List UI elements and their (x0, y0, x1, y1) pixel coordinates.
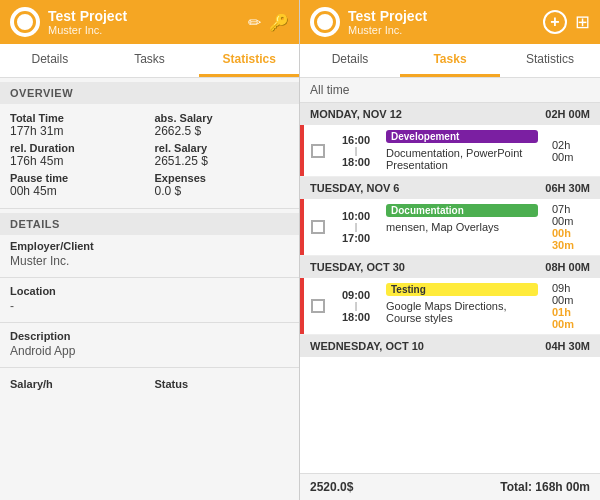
task-row-2[interactable]: 10:00 | 17:00 Documentation mensen, Map … (300, 199, 600, 256)
left-panel: Test Project Muster Inc. ✏ 🔑 Details Tas… (0, 0, 300, 500)
stat-rel-duration-label: rel. Duration 176h 45m (10, 142, 145, 168)
task-pause-val-3: 01h 00m (552, 306, 592, 330)
calendar-grid-icon[interactable]: ⊞ (575, 11, 590, 33)
task-dur-val-2: 07h 00m (552, 203, 592, 227)
checkbox-2[interactable] (304, 199, 332, 255)
details-header: DETAILS (0, 213, 299, 235)
bottom-total-amount: 2520.0$ (310, 480, 353, 494)
detail-employer: Employer/Client Muster Inc. (0, 235, 299, 275)
detail-description: Description Android App (0, 325, 299, 365)
left-content: OVERVIEW Total Time 177h 31m abs. Salary… (0, 78, 299, 500)
right-panel: Test Project Muster Inc. + ⊞ Details Tas… (300, 0, 600, 500)
right-tab-tasks[interactable]: Tasks (400, 44, 500, 77)
task-details-3: Testing Google Maps Directions, Course s… (380, 278, 544, 334)
checkbox-3[interactable] (304, 278, 332, 334)
day-label-3: TUESDAY, OCT 30 (310, 261, 405, 273)
day-total-2: 06H 30M (545, 182, 590, 194)
task-start-1: 16:00 (342, 134, 370, 146)
task-pause-val-2: 00h 30m (552, 227, 592, 251)
day-total-4: 04H 30M (545, 340, 590, 352)
right-logo-inner (314, 11, 336, 33)
day-header-4: WEDNESDAY, OCT 10 04H 30M (300, 335, 600, 357)
task-start-2: 10:00 (342, 210, 370, 222)
task-duration-1: 02h 00m (544, 125, 600, 176)
task-row-3[interactable]: 09:00 | 18:00 Testing Google Maps Direct… (300, 278, 600, 335)
right-header: Test Project Muster Inc. + ⊞ (300, 0, 600, 44)
task-time-1: 16:00 | 18:00 (332, 125, 380, 176)
day-header-3: TUESDAY, OCT 30 08H 00M (300, 256, 600, 278)
task-dur-val-3: 09h 00m (552, 282, 592, 306)
right-header-text: Test Project Muster Inc. (348, 8, 535, 37)
right-content: MONDAY, NOV 12 02H 00M 16:00 | 18:00 Dev… (300, 103, 600, 473)
task-details-1: Developement Documentation, PowerPoint P… (380, 125, 544, 176)
stat-total-time-label: Total Time 177h 31m (10, 112, 145, 138)
task-tag-2: Documentation (386, 204, 538, 217)
day-header-1: MONDAY, NOV 12 02H 00M (300, 103, 600, 125)
divider-4 (0, 367, 299, 368)
divider-2 (0, 277, 299, 278)
right-tab-details[interactable]: Details (300, 44, 400, 77)
day-label-4: WEDNESDAY, OCT 10 (310, 340, 424, 352)
task-duration-3: 09h 00m 01h 00m (544, 278, 600, 334)
right-tabs: Details Tasks Statistics (300, 44, 600, 78)
task-time-sep-2: | (355, 222, 358, 232)
day-label-2: TUESDAY, NOV 6 (310, 182, 399, 194)
all-time-bar: All time (300, 78, 600, 103)
task-time-3: 09:00 | 18:00 (332, 278, 380, 334)
task-time-sep-1: | (355, 146, 358, 156)
task-dur-val-1: 02h 00m (552, 139, 592, 163)
stat-rel-salary-label: rel. Salary 2651.25 $ (155, 142, 290, 168)
key-icon[interactable]: 🔑 (269, 13, 289, 32)
bottom-bar: 2520.0$ Total: 168h 00m (300, 473, 600, 500)
task-end-3: 18:00 (342, 311, 370, 323)
day-label-1: MONDAY, NOV 12 (310, 108, 402, 120)
left-tab-tasks[interactable]: Tasks (100, 44, 200, 77)
task-duration-2: 07h 00m 00h 30m (544, 199, 600, 255)
task-tag-3: Testing (386, 283, 538, 296)
detail-location: Location - (0, 280, 299, 320)
left-project-title: Test Project (48, 8, 240, 25)
day-total-1: 02H 00M (545, 108, 590, 120)
task-tag-1: Developement (386, 130, 538, 143)
task-time-sep-3: | (355, 301, 358, 311)
salary-status-grid: Salary/h Status (0, 370, 299, 398)
right-project-title: Test Project (348, 8, 535, 25)
right-logo (310, 7, 340, 37)
day-header-2: TUESDAY, NOV 6 06H 30M (300, 177, 600, 199)
stats-grid: Total Time 177h 31m abs. Salary 2662.5 $… (0, 104, 299, 206)
left-header-icons: ✏ 🔑 (248, 13, 289, 32)
checkbox-input-1[interactable] (311, 144, 325, 158)
task-desc-3: Google Maps Directions, Course styles (386, 300, 538, 324)
bottom-total-time: Total: 168h 00m (500, 480, 590, 494)
task-row-1[interactable]: 16:00 | 18:00 Developement Documentation… (300, 125, 600, 177)
right-tab-statistics[interactable]: Statistics (500, 44, 600, 77)
stat-expenses-label: Expenses 0.0 $ (155, 172, 290, 198)
task-end-2: 17:00 (342, 232, 370, 244)
checkbox-input-2[interactable] (311, 220, 325, 234)
edit-icon[interactable]: ✏ (248, 13, 261, 32)
left-tabs: Details Tasks Statistics (0, 44, 299, 78)
add-icon[interactable]: + (543, 10, 567, 34)
task-start-3: 09:00 (342, 289, 370, 301)
right-header-icons: + ⊞ (543, 10, 590, 34)
task-time-2: 10:00 | 17:00 (332, 199, 380, 255)
left-header: Test Project Muster Inc. ✏ 🔑 (0, 0, 299, 44)
left-tab-statistics[interactable]: Statistics (199, 44, 299, 77)
detail-status: Status (155, 378, 290, 390)
checkbox-1[interactable] (304, 125, 332, 176)
left-logo-inner (14, 11, 36, 33)
task-desc-2: mensen, Map Overlays (386, 221, 538, 233)
left-tab-details[interactable]: Details (0, 44, 100, 77)
task-desc-1: Documentation, PowerPoint Presentation (386, 147, 538, 171)
overview-header: OVERVIEW (0, 82, 299, 104)
checkbox-input-3[interactable] (311, 299, 325, 313)
task-details-2: Documentation mensen, Map Overlays (380, 199, 544, 255)
task-end-1: 18:00 (342, 156, 370, 168)
day-total-3: 08H 00M (545, 261, 590, 273)
divider-1 (0, 208, 299, 209)
left-project-subtitle: Muster Inc. (48, 24, 240, 36)
divider-3 (0, 322, 299, 323)
detail-salary: Salary/h (10, 378, 145, 390)
stat-pause-time-label: Pause time 00h 45m (10, 172, 145, 198)
right-project-subtitle: Muster Inc. (348, 24, 535, 36)
